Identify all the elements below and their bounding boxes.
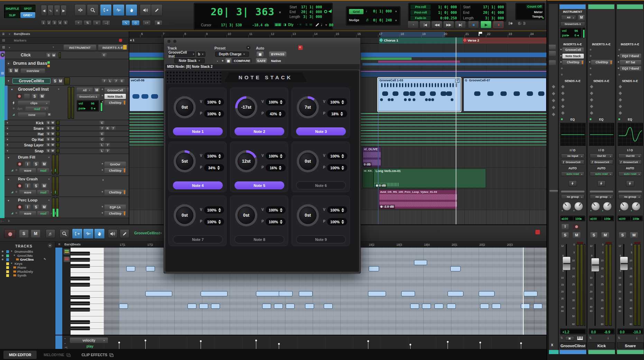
plugin-titlebar[interactable] <box>164 38 360 45</box>
velocity-roll[interactable] <box>104 335 546 350</box>
group-selector[interactable]: no group▼ <box>618 194 642 199</box>
output-arrow-icon[interactable]: ↓ <box>607 335 609 340</box>
mode-slip[interactable]: SLIP <box>5 12 20 18</box>
probability-spinner[interactable]: 100% <box>266 218 286 225</box>
track-name[interactable]: GrooveCell Inst <box>18 87 49 92</box>
insert-power-dot[interactable] <box>560 49 562 50</box>
velocity-stem[interactable] <box>480 342 480 349</box>
midi-mute-button[interactable]: M <box>94 88 100 93</box>
tab-clip-effects[interactable]: CLIP EFFECTS <box>77 351 118 359</box>
pan-knob-l[interactable] <box>620 202 629 211</box>
insert-stub[interactable] <box>549 51 556 56</box>
insert-power-dot[interactable] <box>618 55 619 56</box>
grid-button[interactable]: Grid <box>349 9 364 14</box>
insert-slot-chnlstrp[interactable]: ChnlStrp <box>104 168 126 173</box>
link-edit-button[interactable]: ⇅ <box>83 20 92 26</box>
track-collapse-icon[interactable]: ▼ <box>6 155 11 160</box>
warp-icon[interactable]: ◢ <box>11 169 15 172</box>
eq-graph[interactable] <box>618 123 643 146</box>
velocity-stem[interactable] <box>201 341 201 349</box>
send-diamond-icon[interactable] <box>590 105 594 108</box>
clip-groovecell-07[interactable]: GGrooveCell-07 <box>463 78 546 111</box>
pan-knob-l[interactable] <box>562 202 571 211</box>
meter-button[interactable]: Meter <box>534 10 543 14</box>
eq-graph[interactable] <box>589 123 614 146</box>
me-track-piano[interactable]: Piano <box>0 266 55 269</box>
track-collapse-icon[interactable]: ▼ <box>6 137 9 141</box>
velocity-dot[interactable] <box>479 342 481 343</box>
insert-slot-eq3-7-band[interactable]: EQ3 7-Band <box>620 54 641 58</box>
velocity-dot[interactable] <box>410 344 411 345</box>
velocity-dot[interactable] <box>367 340 369 342</box>
mute-button[interactable]: M <box>51 121 55 125</box>
group-selector[interactable]: no group▼ <box>590 194 613 199</box>
midi-note[interactable] <box>126 266 135 271</box>
velocity-dot[interactable] <box>118 342 120 343</box>
window-config-button[interactable]: ▣ <box>154 20 163 26</box>
tracklist-dropdown-icon[interactable]: ▼ <box>8 46 11 49</box>
midi-note[interactable] <box>299 291 313 296</box>
goto-end-button[interactable]: ▶| <box>455 21 466 28</box>
shield-button[interactable]: ◇ <box>131 20 140 26</box>
me-track-synth[interactable]: Synth <box>0 273 55 277</box>
instrument-output-selector[interactable]: GrooveCel1-1 <box>77 94 100 99</box>
fader-thumb[interactable] <box>620 256 628 270</box>
clip-midi-left[interactable]: veCell-06 <box>129 78 164 111</box>
elastic-audio-selector[interactable]: none <box>18 112 46 117</box>
warp-icon[interactable]: ◢ <box>12 113 16 116</box>
solo-button[interactable]: S <box>46 121 50 125</box>
mute-button[interactable]: M <box>42 183 47 188</box>
pitch-knob[interactable]: 0st <box>297 150 319 172</box>
zoom-preset-3[interactable]: 3 <box>52 20 57 25</box>
librarian-button[interactable]: ▣ <box>565 336 574 341</box>
track-name-dropdown[interactable]: ▼ <box>57 88 60 91</box>
track-row-snap[interactable]: ▼SnapSML7 <box>0 148 129 154</box>
velocity-spinner[interactable]: 100% <box>204 152 224 160</box>
send-diamond-icon[interactable] <box>619 85 622 89</box>
zoom-preset-2[interactable]: 2 <box>46 20 52 25</box>
warp-icon[interactable]: ◢ <box>11 212 15 215</box>
visibility-dot[interactable] <box>2 251 3 252</box>
solo-button[interactable]: S <box>33 205 39 209</box>
timeline-ruler[interactable]: 6789101112131415161718192021222324 <box>129 31 546 37</box>
mode-shuffle[interactable]: SHUFFLE <box>5 6 20 11</box>
solo-indicator[interactable]: S <box>305 23 307 26</box>
solo-button[interactable]: S <box>46 132 50 136</box>
freeze-icon[interactable]: ✱ <box>15 169 18 172</box>
probability-spinner[interactable]: 100% <box>327 218 347 225</box>
midi-note[interactable] <box>448 291 463 296</box>
automation-mode-selector[interactable]: read <box>37 190 49 195</box>
insert-add-strip[interactable] <box>127 88 129 92</box>
record-enable-button[interactable] <box>17 162 23 166</box>
nudge-spinner-icon[interactable]: ⇅ <box>618 336 620 340</box>
fader-track[interactable] <box>595 244 596 326</box>
insert-slot-note-stack[interactable]: Note Stack <box>104 94 126 99</box>
track-name[interactable]: Drums and Bass <box>13 61 47 66</box>
wav-button[interactable] <box>113 4 125 16</box>
mute-button[interactable]: M <box>52 53 56 57</box>
record-enable-button[interactable] <box>17 94 22 99</box>
insert-slot-eqp-1a[interactable]: EQP-1A <box>104 205 126 210</box>
pan-chip[interactable]: 7 <box>100 126 104 130</box>
output-selector[interactable]: ƒGrooveCell ÷ <box>561 160 585 164</box>
elastic-audio-button[interactable] <box>626 180 634 187</box>
midi-note[interactable] <box>447 304 456 309</box>
fader-thumb[interactable] <box>591 258 599 272</box>
clip-groovecell-1-03[interactable]: GrooveCell 1-03T <box>378 78 461 111</box>
scroll-left-icon[interactable]: |→ <box>1 219 6 223</box>
clip-id-kit4[interactable]: id_Kit_4_ <box>362 169 374 188</box>
track-row-snap-layer[interactable]: ▼Snap LayerSML7 <box>0 142 129 148</box>
send-diamond-icon[interactable] <box>619 92 622 95</box>
midi-input-selector[interactable]: All▼ <box>561 15 576 20</box>
insert-empty-dot[interactable] <box>618 74 620 75</box>
midi-note[interactable] <box>533 304 542 309</box>
track-name[interactable]: Snap <box>12 149 44 153</box>
track-row-perc-loop[interactable]: ▼Perc Loop▼ISM◢✱waveread⊥EQP-1AChnlStrp <box>0 197 129 218</box>
insert-slot-grnovr[interactable]: GrnOvr <box>104 162 126 167</box>
send-diamond-icon[interactable] <box>552 92 555 96</box>
pitch-knob[interactable]: 7st <box>297 96 319 118</box>
nudge-value[interactable]: 0| 0| 240 <box>369 18 392 22</box>
solo-button[interactable]: S <box>619 232 626 238</box>
pan-chip[interactable]: L <box>100 143 104 147</box>
velocity-dot[interactable] <box>447 341 449 343</box>
